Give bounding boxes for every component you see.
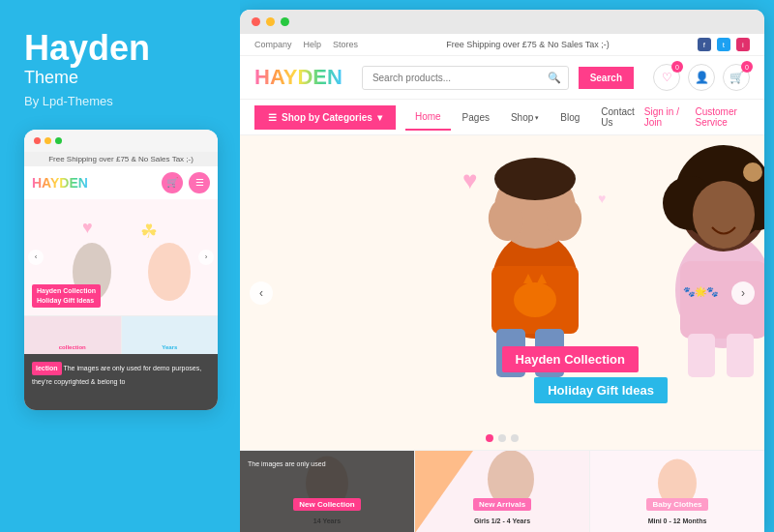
mobile-next-arrow[interactable]: › bbox=[198, 250, 214, 265]
site-header: HAYDEN 🔍 Search ♡ 0 👤 🛒 0 bbox=[240, 56, 764, 100]
hero-section: ♥ ♥ 🌵 bbox=[240, 135, 764, 450]
mobile-hero-line2: Holiday Gift Ideas bbox=[37, 297, 94, 304]
thumb-1-sub: 14 Years bbox=[240, 517, 414, 524]
help-link[interactable]: Help bbox=[304, 40, 322, 49]
nav-shop[interactable]: Shop▾ bbox=[501, 105, 549, 130]
browser-titlebar bbox=[240, 10, 764, 34]
mobile-thumbs: collection Years bbox=[24, 315, 218, 354]
account-icon[interactable]: 👤 bbox=[688, 64, 715, 91]
mobile-header-icons: 🛒 ☰ bbox=[162, 172, 210, 193]
thumb-3-badge: Baby Clothes bbox=[590, 493, 764, 511]
thumb-item-1[interactable]: The images are only used New Collection … bbox=[240, 451, 415, 532]
nav-blog[interactable]: Blog bbox=[551, 105, 589, 130]
mobile-dot-red bbox=[34, 137, 41, 144]
left-panel: Hayden Theme By Lpd-Themes Free Shipping… bbox=[0, 0, 240, 532]
brand-author: By Lpd-Themes bbox=[24, 94, 216, 108]
hero-dot-3[interactable] bbox=[511, 434, 519, 442]
mobile-titlebar bbox=[24, 130, 218, 152]
mobile-logo: HAYDEN bbox=[32, 175, 88, 191]
thumb-3-sub: Mini 0 - 12 Months bbox=[590, 517, 764, 524]
svg-rect-29 bbox=[688, 334, 715, 377]
categories-label: Shop by Categories bbox=[282, 112, 372, 123]
menu-icon: ☰ bbox=[268, 112, 277, 123]
nav-bar: ☰ Shop by Categories ▾ Home Pages Shop▾ … bbox=[240, 100, 764, 135]
nav-contact[interactable]: Contact Us bbox=[591, 100, 643, 134]
search-input[interactable] bbox=[363, 68, 541, 88]
brand-name: Hayden bbox=[24, 29, 216, 68]
company-link[interactable]: Company bbox=[254, 40, 292, 49]
mobile-menu-icon[interactable]: ☰ bbox=[189, 172, 210, 193]
cart-badge: 0 bbox=[741, 61, 753, 73]
search-icon-btn[interactable]: 🔍 bbox=[541, 67, 568, 89]
heart-icon: ♡ bbox=[662, 71, 672, 84]
cart-icon-symbol: 🛒 bbox=[729, 71, 744, 84]
mobile-hero-overlay: Hayden Collection Holiday Gift Ideas bbox=[32, 284, 101, 308]
svg-point-4 bbox=[148, 243, 191, 301]
top-bar: Company Help Stores Free Shipping over £… bbox=[240, 34, 764, 56]
thumb-item-3[interactable]: Baby Clothes Mini 0 - 12 Months bbox=[590, 451, 764, 532]
search-button[interactable]: Search bbox=[579, 67, 634, 89]
nav-pages[interactable]: Pages bbox=[453, 105, 499, 130]
hero-dots bbox=[486, 434, 519, 442]
bottom-thumbnails: The images are only used New Collection … bbox=[240, 450, 764, 532]
browser-dot-yellow[interactable] bbox=[266, 17, 275, 26]
chevron-down-icon: ▾ bbox=[377, 112, 382, 123]
hero-background: ♥ ♥ 🌵 bbox=[240, 135, 764, 450]
categories-button[interactable]: ☰ Shop by Categories ▾ bbox=[254, 105, 396, 130]
hero-prev-arrow[interactable]: ‹ bbox=[250, 281, 273, 305]
customer-service-link[interactable]: Customer Service bbox=[696, 106, 751, 128]
hero-dot-1[interactable] bbox=[486, 434, 493, 442]
hero-dot-2[interactable] bbox=[498, 434, 506, 442]
wishlist-badge: 0 bbox=[671, 61, 683, 73]
mobile-hero: ♥ ☘ ‹ › Hayden Collection Holiday Gift I… bbox=[24, 199, 218, 315]
top-bar-links: Company Help Stores bbox=[254, 40, 358, 49]
user-icon: 👤 bbox=[695, 71, 709, 84]
svg-rect-30 bbox=[727, 334, 754, 377]
twitter-icon[interactable]: t bbox=[717, 38, 730, 51]
header-icons: ♡ 0 👤 🛒 0 bbox=[653, 64, 750, 91]
instagram-icon[interactable]: i bbox=[736, 38, 750, 51]
hero-next-arrow[interactable]: › bbox=[731, 281, 755, 305]
svg-point-26 bbox=[693, 181, 755, 249]
svg-text:🐾🌟🐾: 🐾🌟🐾 bbox=[683, 285, 719, 298]
browser-dot-green[interactable] bbox=[281, 17, 289, 26]
site-logo[interactable]: HAYDEN bbox=[254, 65, 342, 90]
mobile-thumb-1: collection bbox=[24, 316, 121, 354]
mobile-dot-yellow bbox=[45, 137, 51, 144]
mobile-hero-line1: Hayden Collection bbox=[37, 287, 96, 294]
cart-icon[interactable]: 🛒 0 bbox=[723, 64, 750, 91]
browser-window: Company Help Stores Free Shipping over £… bbox=[240, 10, 764, 532]
svg-text:♥: ♥ bbox=[598, 191, 606, 206]
mobile-cart-icon[interactable]: 🛒 bbox=[162, 172, 183, 193]
svg-text:♥: ♥ bbox=[82, 218, 93, 237]
signin-link[interactable]: Sign in / Join bbox=[644, 106, 684, 128]
mobile-header: HAYDEN 🛒 ☰ bbox=[24, 166, 218, 199]
search-bar: 🔍 bbox=[362, 66, 569, 90]
hero-collection-badge: Hayden Collection bbox=[502, 346, 639, 372]
svg-text:☘: ☘ bbox=[140, 221, 158, 242]
svg-point-15 bbox=[514, 282, 556, 317]
top-bar-notice: Free Shipping over £75 & No Sales Tax ;-… bbox=[446, 40, 609, 49]
mobile-disclaimer: lection The images are only used for dem… bbox=[24, 354, 218, 410]
mobile-mockup: Free Shipping over £75 & No Sales Tax ;-… bbox=[24, 130, 218, 410]
svg-text:♥: ♥ bbox=[462, 165, 477, 194]
svg-point-25 bbox=[743, 163, 762, 182]
svg-point-11 bbox=[494, 158, 576, 200]
browser-dot-red[interactable] bbox=[252, 17, 260, 26]
thumb-2-badge: New Arrivals bbox=[415, 493, 589, 511]
mobile-prev-arrow[interactable]: ‹ bbox=[28, 250, 44, 265]
mobile-shipping-bar: Free Shipping over £75 & No Sales Tax ;-… bbox=[24, 152, 218, 166]
thumb-item-2[interactable]: New Arrivals Girls 1/2 - 4 Years bbox=[415, 451, 590, 532]
brand-subtitle: Theme bbox=[24, 68, 216, 88]
facebook-icon[interactable]: f bbox=[698, 38, 711, 51]
mobile-thumb-2: Years bbox=[121, 316, 219, 354]
hero-gift-badge: Holiday Gift Ideas bbox=[534, 377, 668, 403]
nav-home[interactable]: Home bbox=[405, 104, 451, 131]
wishlist-icon[interactable]: ♡ 0 bbox=[653, 64, 680, 91]
thumb-1-badge: New Collection bbox=[240, 493, 414, 511]
thumb-2-sub: Girls 1/2 - 4 Years bbox=[415, 517, 589, 524]
stores-link[interactable]: Stores bbox=[333, 40, 358, 49]
nav-right: Sign in / Join Customer Service bbox=[644, 106, 750, 128]
nav-links: Home Pages Shop▾ Blog Contact Us bbox=[405, 100, 644, 134]
top-bar-social: f t i bbox=[698, 38, 750, 51]
